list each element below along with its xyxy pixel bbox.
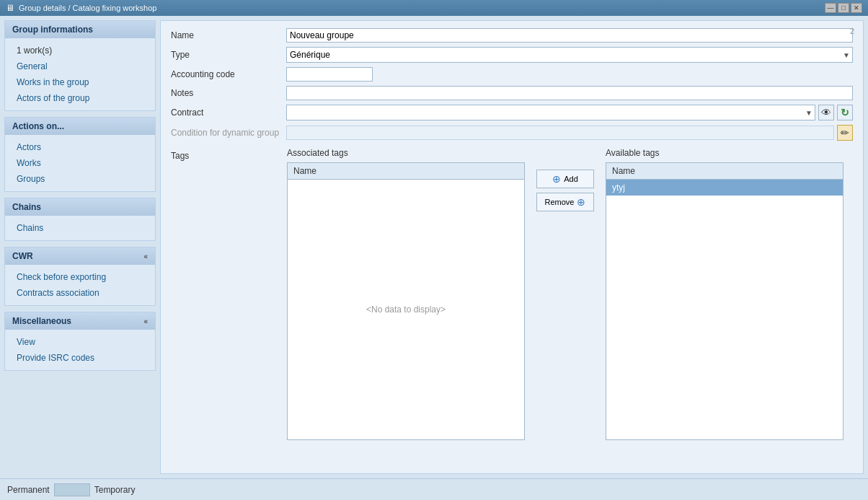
permanent-label: Permanent <box>7 485 50 495</box>
sidebar-chains-header: Chains <box>5 198 155 216</box>
associated-tags-header: Name <box>288 163 524 180</box>
condition-label: Condition for dynamic group <box>171 128 286 138</box>
sidebar-misc-header: Miscellaneous « <box>5 312 155 330</box>
window-title: Group details / Catalog fixing workshop <box>19 4 156 12</box>
contract-label: Contract <box>171 108 286 118</box>
accounting-code-label: Accounting code <box>171 69 286 79</box>
sidebar-section-group-info: Group informations 1 work(s) General Wor… <box>4 20 156 111</box>
sidebar-item-works-in-group[interactable]: Works in the group <box>5 74 155 90</box>
available-tags-title: Available tags <box>606 148 660 158</box>
name-row: Name <box>171 28 853 43</box>
sidebar-item-chains[interactable]: Chains <box>5 220 155 236</box>
minimize-button[interactable]: — <box>825 3 836 13</box>
sidebar-item-contracts-association[interactable]: Contracts association <box>5 285 155 301</box>
sidebar-section-chains: Chains Chains <box>4 198 156 241</box>
sidebar-item-check-before-exporting[interactable]: Check before exporting <box>5 269 155 285</box>
associated-tags-no-data: <No data to display> <box>288 180 524 439</box>
type-label: Type <box>171 50 286 60</box>
accounting-code-input[interactable] <box>286 67 373 82</box>
sidebar-cwr-header: CWR « <box>5 247 155 265</box>
tag-item-ytyj[interactable]: ytyj <box>606 180 843 196</box>
contract-select-wrapper: ▼ <box>286 105 815 120</box>
page-number: 2 <box>850 27 854 35</box>
add-icon: ⊕ <box>552 173 561 185</box>
contract-row: Contract ▼ 👁 ↻ <box>171 105 853 120</box>
tags-section: Tags Associated tags Name <No data to di… <box>171 148 853 440</box>
condition-input[interactable] <box>286 126 834 140</box>
sidebar-cwr-body: Check before exporting Contracts associa… <box>5 265 155 305</box>
temporary-label: Temporary <box>94 485 136 495</box>
tags-label: Tags <box>171 148 275 161</box>
sidebar-section-actions: Actions on... Actors Works Groups <box>4 117 156 192</box>
tags-area: Associated tags Name <No data to display… <box>287 148 853 440</box>
sidebar-item-works-count: 1 work(s) <box>5 43 155 58</box>
sidebar-item-view[interactable]: View <box>5 334 155 350</box>
type-select-wrapper: Générique ▼ <box>286 47 853 63</box>
title-bar-controls: — □ ✕ <box>825 3 862 13</box>
available-tags-header: Name <box>606 163 843 180</box>
condition-row: Condition for dynamic group ✏ <box>171 125 853 141</box>
sidebar-item-groups[interactable]: Groups <box>5 171 155 187</box>
sidebar-section-cwr: CWR « Check before exporting Contracts a… <box>4 247 156 306</box>
pencil-button[interactable]: ✏ <box>837 125 853 141</box>
sidebar-item-actors-of-group[interactable]: Actors of the group <box>5 90 155 106</box>
sidebar-misc-body: View Provide ISRC codes <box>5 330 155 370</box>
title-bar-left: 🖥 Group details / Catalog fixing worksho… <box>6 3 156 13</box>
notes-input[interactable] <box>286 86 853 100</box>
main-content: 2 Name Type Générique ▼ Accounting code … <box>160 20 864 474</box>
associated-tags-panel: Name <No data to display> <box>287 162 525 440</box>
misc-collapse-icon[interactable]: « <box>143 317 148 325</box>
notes-label: Notes <box>171 88 286 98</box>
accounting-code-row: Accounting code <box>171 67 853 82</box>
sidebar-item-general[interactable]: General <box>5 58 155 74</box>
notes-row: Notes <box>171 86 853 100</box>
type-select[interactable]: Générique <box>286 47 853 63</box>
associated-tags-body: <No data to display> <box>288 180 524 439</box>
available-tags-panel: Name ytyj <box>606 162 843 440</box>
remove-icon: ⊕ <box>577 196 585 208</box>
title-bar: 🖥 Group details / Catalog fixing worksho… <box>0 0 868 16</box>
sidebar-actions-body: Actors Works Groups <box>5 135 155 191</box>
app-icon: 🖥 <box>6 3 14 13</box>
sidebar-group-info-header: Group informations <box>5 21 155 38</box>
available-tags-body: ytyj <box>606 180 843 439</box>
cwr-collapse-icon[interactable]: « <box>143 253 148 260</box>
type-row: Type Générique ▼ <box>171 47 853 63</box>
permanent-button[interactable] <box>54 483 90 496</box>
associated-tags-title: Associated tags <box>287 148 348 158</box>
sidebar-item-provide-isrc[interactable]: Provide ISRC codes <box>5 350 155 366</box>
eye-icon: 👁 <box>821 107 831 118</box>
remove-tag-button[interactable]: Remove ⊕ <box>536 193 594 211</box>
refresh-icon: ↻ <box>841 107 849 118</box>
add-tag-button[interactable]: ⊕ Add <box>536 170 594 188</box>
sidebar-actions-header: Actions on... <box>5 118 155 135</box>
bottom-bar: Permanent Temporary <box>0 478 868 500</box>
sidebar-item-actors[interactable]: Actors <box>5 139 155 155</box>
refresh-button[interactable]: ↻ <box>837 105 853 120</box>
tags-controls: ⊕ Add Remove ⊕ <box>536 148 594 211</box>
close-button[interactable]: ✕ <box>851 3 862 13</box>
maximize-button[interactable]: □ <box>838 3 849 13</box>
sidebar-item-works[interactable]: Works <box>5 155 155 171</box>
eye-button[interactable]: 👁 <box>818 105 834 120</box>
app-body: Group informations 1 work(s) General Wor… <box>0 16 868 478</box>
name-label: Name <box>171 30 286 40</box>
sidebar-chains-body: Chains <box>5 216 155 240</box>
sidebar-group-info-body: 1 work(s) General Works in the group Act… <box>5 38 155 110</box>
name-input[interactable] <box>286 28 853 43</box>
pencil-icon: ✏ <box>841 127 849 139</box>
contract-select[interactable] <box>286 105 815 120</box>
sidebar-section-miscellaneous: Miscellaneous « View Provide ISRC codes <box>4 312 156 371</box>
sidebar: Group informations 1 work(s) General Wor… <box>4 20 156 474</box>
